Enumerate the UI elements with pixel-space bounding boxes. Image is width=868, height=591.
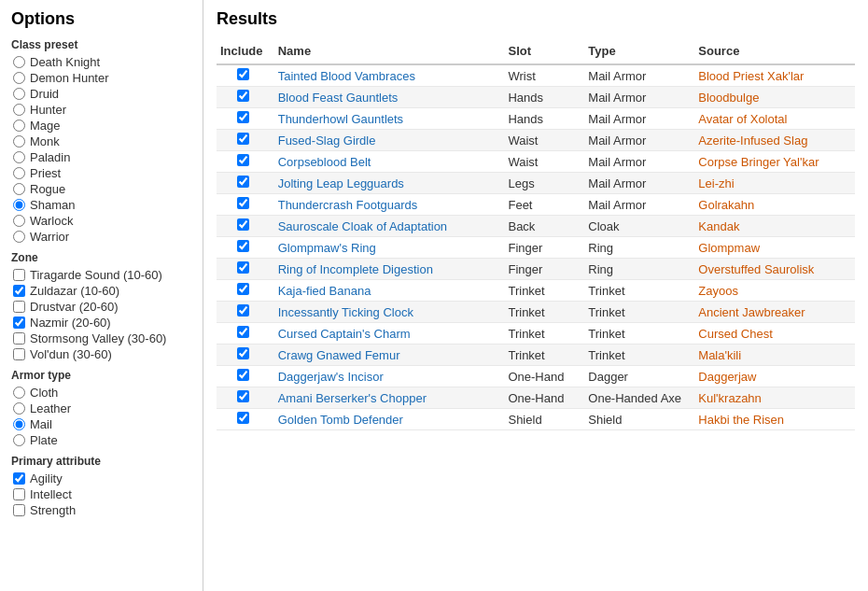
armor-radio-mail[interactable] [13, 418, 25, 430]
item-name-link-2[interactable]: Thunderhowl Gauntlets [278, 112, 403, 126]
class-option-warlock[interactable]: Warlock [11, 214, 191, 228]
include-checkbox-8[interactable] [237, 240, 249, 252]
item-name-link-4[interactable]: Corpseblood Belt [278, 155, 371, 169]
class-option-shaman[interactable]: Shaman [11, 198, 191, 212]
include-checkbox-9[interactable] [237, 261, 249, 274]
item-source-link-7[interactable]: Kandak [698, 219, 739, 233]
zone-checkbox-tiragarde[interactable] [13, 269, 25, 281]
class-option-rogue[interactable]: Rogue [11, 182, 191, 196]
item-source-link-5[interactable]: Lei-zhi [698, 176, 734, 190]
armor-radio-cloth[interactable] [13, 387, 25, 399]
zone-option-tiragarde[interactable]: Tiragarde Sound (10-60) [11, 268, 191, 282]
class-option-mage[interactable]: Mage [11, 119, 191, 133]
class-option-death-knight[interactable]: Death Knight [11, 55, 191, 69]
item-source-link-9[interactable]: Overstuffed Saurolisk [698, 262, 814, 276]
attr-checkbox-strength[interactable] [13, 504, 25, 516]
zone-checkbox-nazmir[interactable] [13, 317, 25, 329]
item-source-link-4[interactable]: Corpse Bringer Yal'kar [698, 155, 819, 169]
item-name-link-13[interactable]: Crawg Gnawed Femur [278, 348, 400, 362]
attr-checkbox-intellect[interactable] [13, 488, 25, 500]
class-option-paladin[interactable]: Paladin [11, 150, 191, 164]
armor-option-leather[interactable]: Leather [11, 401, 191, 415]
armor-option-mail[interactable]: Mail [11, 417, 191, 431]
include-checkbox-1[interactable] [237, 90, 249, 102]
item-name-link-7[interactable]: Sauroscale Cloak of Adaptation [278, 219, 447, 233]
include-checkbox-11[interactable] [237, 304, 249, 317]
include-checkbox-10[interactable] [237, 283, 249, 295]
item-source-link-10[interactable]: Zayoos [698, 284, 738, 298]
include-checkbox-4[interactable] [237, 154, 249, 166]
class-radio-death-knight[interactable] [13, 56, 25, 68]
class-radio-monk[interactable] [13, 135, 25, 148]
zone-checkbox-zuldazar[interactable] [13, 285, 25, 297]
include-checkbox-0[interactable] [237, 68, 249, 80]
armor-option-plate[interactable]: Plate [11, 433, 191, 447]
include-checkbox-7[interactable] [237, 218, 249, 231]
attr-checkbox-agility[interactable] [13, 472, 25, 485]
include-checkbox-15[interactable] [237, 390, 249, 402]
include-checkbox-6[interactable] [237, 197, 249, 209]
class-option-hunter[interactable]: Hunter [11, 103, 191, 117]
include-checkbox-2[interactable] [237, 111, 249, 123]
include-checkbox-5[interactable] [237, 176, 249, 188]
attr-option-agility[interactable]: Agility [11, 471, 191, 485]
item-source-link-1[interactable]: Bloodbulge [698, 91, 759, 105]
item-name-link-16[interactable]: Golden Tomb Defender [278, 413, 403, 427]
include-checkbox-16[interactable] [237, 412, 249, 424]
class-option-demon-hunter[interactable]: Demon Hunter [11, 71, 191, 85]
class-radio-rogue[interactable] [13, 183, 25, 195]
item-source-link-6[interactable]: Golrakahn [698, 198, 754, 212]
item-name-link-12[interactable]: Cursed Captain's Charm [278, 327, 411, 341]
item-source-link-12[interactable]: Cursed Chest [698, 327, 772, 341]
class-radio-paladin[interactable] [13, 151, 25, 163]
item-name-link-10[interactable]: Kaja-fied Banana [278, 284, 371, 298]
item-source-link-8[interactable]: Glompmaw [698, 241, 760, 255]
zone-checkbox-drustvar[interactable] [13, 301, 25, 313]
armor-radio-plate[interactable] [13, 434, 25, 446]
class-radio-mage[interactable] [13, 120, 25, 132]
item-name-link-6[interactable]: Thundercrash Footguards [278, 198, 418, 212]
item-source-link-14[interactable]: Daggerjaw [698, 370, 756, 384]
zone-checkbox-stormsong[interactable] [13, 332, 25, 345]
item-name-link-3[interactable]: Fused-Slag Girdle [278, 134, 376, 148]
zone-checkbox-voldun[interactable] [13, 348, 25, 360]
item-source-link-3[interactable]: Azerite-Infused Slag [698, 134, 807, 148]
item-source-link-16[interactable]: Hakbi the Risen [698, 413, 784, 427]
item-name-link-14[interactable]: Daggerjaw's Incisor [278, 370, 384, 384]
class-option-priest[interactable]: Priest [11, 166, 191, 180]
include-checkbox-14[interactable] [237, 369, 249, 381]
zone-option-zuldazar[interactable]: Zuldazar (10-60) [11, 284, 191, 298]
class-radio-warrior[interactable] [13, 231, 25, 243]
class-option-warrior[interactable]: Warrior [11, 230, 191, 244]
class-radio-shaman[interactable] [13, 199, 25, 211]
item-source-link-11[interactable]: Ancient Jawbreaker [698, 305, 805, 319]
item-name-link-15[interactable]: Amani Berserker's Chopper [278, 391, 427, 405]
armor-radio-leather[interactable] [13, 402, 25, 415]
armor-option-cloth[interactable]: Cloth [11, 386, 191, 400]
zone-option-voldun[interactable]: Vol'dun (30-60) [11, 347, 191, 361]
zone-option-nazmir[interactable]: Nazmir (20-60) [11, 316, 191, 330]
zone-option-stormsong[interactable]: Stormsong Valley (30-60) [11, 331, 191, 345]
class-option-druid[interactable]: Druid [11, 87, 191, 101]
class-radio-hunter[interactable] [13, 104, 25, 116]
class-radio-priest[interactable] [13, 167, 25, 179]
include-checkbox-12[interactable] [237, 326, 249, 338]
item-source-link-0[interactable]: Blood Priest Xak'lar [698, 69, 804, 83]
item-source-link-15[interactable]: Kul'krazahn [698, 391, 762, 405]
class-option-monk[interactable]: Monk [11, 134, 191, 148]
item-source-link-13[interactable]: Mala'kili [698, 348, 741, 362]
item-name-link-8[interactable]: Glompmaw's Ring [278, 241, 376, 255]
item-name-link-9[interactable]: Ring of Incomplete Digestion [278, 262, 433, 276]
include-checkbox-13[interactable] [237, 347, 249, 359]
item-source-link-2[interactable]: Avatar of Xolotal [698, 112, 787, 126]
include-checkbox-3[interactable] [237, 133, 249, 145]
class-radio-druid[interactable] [13, 88, 25, 100]
zone-option-drustvar[interactable]: Drustvar (20-60) [11, 300, 191, 314]
item-name-link-0[interactable]: Tainted Blood Vambraces [278, 69, 415, 83]
class-radio-warlock[interactable] [13, 215, 25, 227]
class-radio-demon-hunter[interactable] [13, 72, 25, 84]
attr-option-intellect[interactable]: Intellect [11, 487, 191, 501]
item-name-link-5[interactable]: Jolting Leap Legguards [278, 176, 404, 190]
item-name-link-11[interactable]: Incessantly Ticking Clock [278, 305, 413, 319]
item-name-link-1[interactable]: Blood Feast Gauntlets [278, 91, 399, 105]
